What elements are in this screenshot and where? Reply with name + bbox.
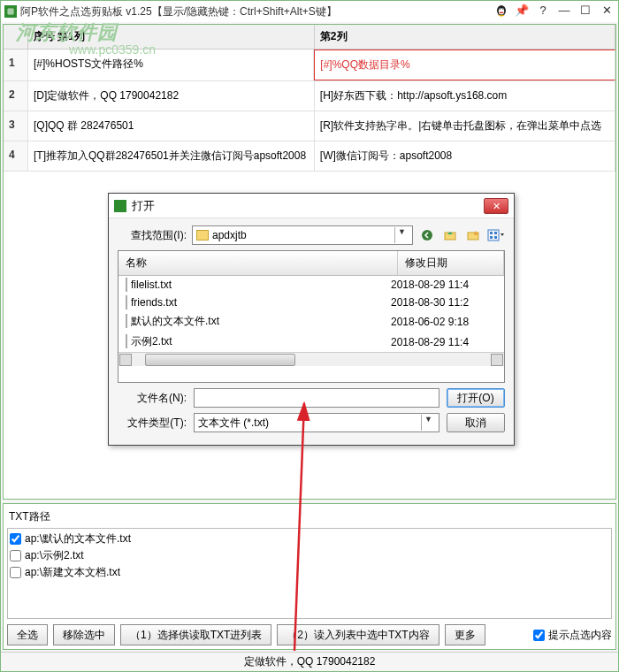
text-file-icon: [126, 295, 127, 309]
new-folder-icon[interactable]: [464, 226, 482, 244]
cancel-button[interactable]: 取消: [447, 413, 505, 432]
hint-checkbox[interactable]: [533, 630, 545, 641]
file-name: 示例2.txt: [131, 335, 172, 347]
col-number-header[interactable]: [4, 25, 28, 49]
cell-col2[interactable]: [W]微信订阅号：apsoft2008: [315, 141, 615, 171]
titlebar: 阿P软件之点选剪贴板 v1.25【显示/隐藏热键：Ctrl+Shift+Alt+…: [1, 1, 618, 22]
svg-rect-11: [488, 230, 499, 241]
file-item[interactable]: 示例2.txt2018-08-29 11:4: [118, 332, 504, 352]
col-name-header[interactable]: 名称: [118, 251, 398, 275]
close-button[interactable]: ✕: [599, 4, 615, 19]
horizontal-scrollbar[interactable]: [118, 352, 504, 366]
svg-point-6: [502, 9, 503, 10]
combo-arrow-icon[interactable]: ▼: [394, 227, 409, 243]
filetype-combo[interactable]: 文本文件 (*.txt) ▼: [194, 413, 439, 432]
svg-rect-15: [494, 236, 497, 239]
step2-button[interactable]: （2）读入列表中选中TXT内容: [277, 624, 439, 645]
txt-item-text: ap:\默认的文本文件.txt: [25, 531, 131, 546]
cell-col1[interactable]: [Q]QQ 群 282476501: [28, 111, 315, 141]
remove-selected-button[interactable]: 移除选中: [53, 624, 115, 645]
select-all-button[interactable]: 全选: [7, 624, 48, 645]
file-date: 2018-08-29 11:4: [391, 336, 497, 348]
txt-list-item[interactable]: ap:\示例2.txt: [10, 547, 609, 564]
hint-text: 提示点选内容: [548, 628, 612, 643]
more-button[interactable]: 更多: [445, 624, 485, 645]
svg-rect-14: [490, 236, 493, 239]
look-in-combo[interactable]: apdxjtb ▼: [192, 225, 413, 245]
file-date: 2018-08-30 11:2: [391, 296, 497, 309]
col2-header[interactable]: 第2列: [315, 25, 615, 49]
hint-checkbox-label[interactable]: 提示点选内容: [533, 628, 612, 643]
txt-list-item[interactable]: ap:\默认的文本文件.txt: [10, 531, 609, 547]
txt-item-text: ap:\新建文本文档.txt: [25, 565, 120, 580]
col-date-header[interactable]: 修改日期: [398, 251, 504, 275]
scroll-thumb[interactable]: [145, 354, 295, 366]
filetype-arrow-icon[interactable]: ▼: [421, 415, 435, 431]
cell-col2[interactable]: [H]好东西下载：http://apsoft.ys168.com: [315, 81, 615, 111]
look-in-label: 查找范围(I):: [118, 228, 187, 243]
txt-item-checkbox[interactable]: [10, 533, 21, 545]
filename-input[interactable]: [194, 388, 439, 408]
row-number: 3: [4, 111, 28, 141]
txt-item-text: ap:\示例2.txt: [25, 548, 84, 563]
file-item[interactable]: filelist.txt2018-08-29 11:4: [118, 276, 504, 294]
scroll-right-button[interactable]: [491, 354, 503, 366]
table-row[interactable]: 2[D]定做软件，QQ 1790042182[H]好东西下载：http://ap…: [4, 81, 615, 111]
app-icon: [4, 5, 17, 18]
row-number: 2: [4, 81, 28, 111]
table-row[interactable]: 1[#]%HOSTS文件路径%[#]%QQ数据目录%: [4, 50, 615, 81]
minimize-button[interactable]: ―: [556, 4, 572, 19]
table-row[interactable]: 3[Q]QQ 群 282476501[R]软件支持热字串。|右键单击托盘图标，在…: [4, 111, 615, 141]
up-folder-icon[interactable]: [441, 226, 459, 244]
file-date: 2018-08-29 11:4: [391, 279, 497, 291]
table-row[interactable]: 4[T]推荐加入QQ群282476501并关注微信订阅号apsoft2008[W…: [4, 141, 615, 172]
file-name: friends.txt: [131, 296, 177, 309]
txt-list[interactable]: ap:\默认的文本文件.txtap:\示例2.txtap:\新建文本文档.txt: [7, 528, 612, 619]
dialog-icon: [114, 200, 126, 212]
txt-item-checkbox[interactable]: [10, 550, 21, 561]
help-button[interactable]: ?: [535, 4, 551, 19]
scroll-left-button[interactable]: [119, 354, 132, 366]
file-name: 默认的文本文件.txt: [131, 315, 219, 327]
col1-header[interactable]: 序号 第1列: [28, 25, 315, 49]
step1-button[interactable]: （1）选择供读取TXT进列表: [120, 624, 271, 645]
dialog-close-button[interactable]: ✕: [484, 198, 508, 214]
folder-icon: [196, 230, 209, 241]
svg-rect-13: [494, 232, 497, 234]
filename-label: 文件名(N):: [118, 391, 187, 406]
txt-list-item[interactable]: ap:\新建文本文档.txt: [10, 564, 609, 581]
statusbar: 定做软件，QQ 1790042182: [1, 652, 618, 669]
file-name: filelist.txt: [131, 279, 172, 291]
open-file-dialog: 打开 ✕ 查找范围(I): apdxjtb ▼ 名称 修改日期 filelist…: [108, 193, 515, 446]
filetype-value: 文本文件 (*.txt): [198, 416, 421, 431]
svg-rect-7: [500, 12, 504, 14]
file-list[interactable]: 名称 修改日期 filelist.txt2018-08-29 11:4frien…: [118, 250, 505, 383]
file-date: 2018-06-02 9:18: [391, 316, 497, 328]
filetype-label: 文件类型(T):: [118, 416, 187, 431]
pin-button[interactable]: 📌: [514, 4, 530, 19]
txt-item-checkbox[interactable]: [10, 567, 21, 578]
maximize-button[interactable]: ☐: [577, 4, 593, 19]
txt-panel: TXT路径 ap:\默认的文本文件.txtap:\示例2.txtap:\新建文本…: [3, 503, 616, 650]
open-button[interactable]: 打开(O): [447, 388, 505, 408]
window-title: 阿P软件之点选剪贴板 v1.25【显示/隐藏热键：Ctrl+Shift+Alt+…: [20, 4, 494, 19]
folder-name: apdxjtb: [212, 229, 394, 241]
cell-col1[interactable]: [D]定做软件，QQ 1790042182: [28, 81, 315, 111]
dialog-title: 打开: [132, 198, 484, 214]
text-file-icon: [126, 278, 127, 292]
cell-col1[interactable]: [#]%HOSTS文件路径%: [28, 50, 314, 80]
cell-col2[interactable]: [R]软件支持热字串。|右键单击托盘图标，在弹出菜单中点选: [315, 111, 615, 141]
row-number: 4: [4, 141, 28, 171]
back-icon[interactable]: [418, 226, 436, 244]
view-menu-icon[interactable]: [487, 226, 505, 244]
text-file-icon: [126, 314, 127, 328]
text-file-icon: [126, 334, 127, 348]
row-number: 1: [4, 50, 28, 80]
svg-point-8: [422, 230, 432, 241]
file-item[interactable]: 默认的文本文件.txt2018-06-02 9:18: [118, 311, 504, 332]
svg-rect-12: [490, 232, 493, 234]
file-item[interactable]: friends.txt2018-08-30 11:2: [118, 294, 504, 311]
cell-col1[interactable]: [T]推荐加入QQ群282476501并关注微信订阅号apsoft2008: [28, 141, 315, 171]
qq-icon[interactable]: [494, 4, 508, 19]
cell-col2[interactable]: [#]%QQ数据目录%: [314, 50, 615, 80]
